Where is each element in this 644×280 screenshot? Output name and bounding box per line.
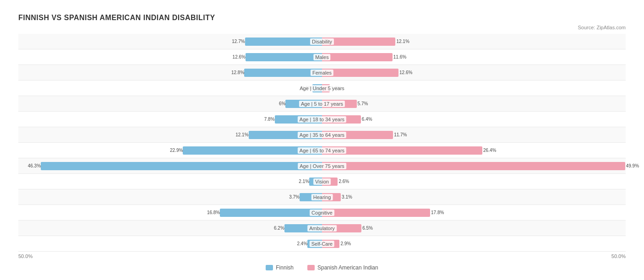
bar-spanish	[322, 69, 398, 77]
value-spanish: 2.9%	[340, 241, 351, 246]
value-finnish: 12.8%	[231, 70, 244, 75]
chart-row: Cognitive16.8%17.8%	[18, 205, 626, 221]
chart-row: Hearing3.7%3.1%	[18, 189, 626, 205]
chart-row: Disability12.7%12.1%	[18, 34, 626, 49]
bar-wrapper: Age | 35 to 64 years12.1%11.7%	[18, 130, 626, 140]
chart-row: Vision2.1%2.6%	[18, 174, 626, 189]
chart-row: Ambulatory6.2%6.5%	[18, 221, 626, 236]
bar-center-label: Self-Care	[310, 241, 334, 247]
chart-row: Age | 5 to 17 years6%5.7%	[18, 96, 626, 112]
bar-center-label: Age | 5 to 17 years	[299, 101, 345, 107]
bar-center-label: Disability	[310, 38, 334, 45]
value-finnish: 12.7%	[232, 39, 245, 44]
value-finnish: 2.1%	[299, 179, 309, 184]
bar-finnish	[41, 162, 322, 170]
value-finnish: 16.8%	[207, 210, 220, 215]
value-spanish: 6.5%	[362, 226, 373, 231]
value-spanish: 6.4%	[362, 117, 372, 122]
chart-row: Males12.6%11.6%	[18, 49, 626, 65]
legend-item-finnish: Finnish	[266, 264, 294, 271]
bar-finnish	[220, 209, 322, 217]
value-spanish: 26.4%	[483, 148, 496, 153]
value-finnish: 46.3%	[28, 163, 41, 168]
bar-center-label: Ambulatory	[307, 225, 337, 232]
bar-wrapper: Females12.8%12.6%	[18, 68, 626, 78]
value-finnish: 2.4%	[297, 241, 307, 246]
value-finnish: 7.8%	[264, 117, 275, 122]
value-finnish: 6%	[279, 101, 285, 106]
value-finnish: 12.1%	[235, 132, 248, 137]
value-spanish: 12.1%	[396, 39, 409, 44]
bar-finnish	[246, 53, 322, 61]
x-axis-left: 50.0%	[18, 253, 33, 259]
source-line: Source: ZipAtlas.com	[18, 25, 626, 30]
bar-spanish	[322, 162, 625, 170]
bar-center-label: Age | 65 to 74 years	[298, 147, 346, 154]
finnish-label: Finnish	[276, 264, 294, 271]
chart-title: FINNISH VS SPANISH AMERICAN INDIAN DISAB…	[18, 14, 626, 22]
value-finnish: 3.7%	[289, 194, 300, 199]
chart-row: Age | Under 5 years1.6%1.3%	[18, 81, 626, 96]
bar-center-label: Cognitive	[310, 210, 334, 216]
bar-center-label: Males	[313, 54, 330, 60]
value-spanish: 17.8%	[431, 210, 444, 215]
bar-wrapper: Ambulatory6.2%6.5%	[18, 223, 626, 233]
value-finnish: 22.9%	[170, 148, 183, 153]
x-axis-right: 50.0%	[611, 253, 626, 259]
value-finnish: 6.2%	[274, 226, 284, 231]
bar-wrapper: Age | Under 5 years1.6%1.3%	[18, 83, 626, 93]
bar-wrapper: Vision2.1%2.6%	[18, 177, 626, 187]
bar-wrapper: Males12.6%11.6%	[18, 52, 626, 62]
bar-wrapper: Age | Over 75 years46.3%49.9%	[18, 161, 626, 171]
chart-row: Age | 65 to 74 years22.9%26.4%	[18, 143, 626, 158]
value-spanish: 49.9%	[626, 163, 639, 168]
value-spanish: 12.6%	[399, 70, 412, 75]
spanish-label: Spanish American Indian	[317, 264, 378, 271]
bar-center-label: Hearing	[311, 194, 333, 200]
chart-container: FINNISH VS SPANISH AMERICAN INDIAN DISAB…	[9, 9, 635, 280]
value-spanish: 2.6%	[338, 179, 349, 184]
bar-wrapper: Age | 65 to 74 years22.9%26.4%	[18, 145, 626, 156]
value-finnish: 12.6%	[233, 54, 246, 59]
value-spanish: 11.7%	[394, 132, 407, 137]
bar-spanish	[322, 53, 393, 61]
value-spanish: 3.1%	[342, 194, 352, 199]
bar-center-label: Age | Over 75 years	[298, 163, 346, 169]
x-axis: 50.0% 50.0%	[18, 252, 626, 261]
bar-center-label: Age | 18 to 34 years	[298, 116, 346, 123]
chart-area: Disability12.7%12.1%Males12.6%11.6%Femal…	[18, 34, 626, 252]
bar-wrapper: Cognitive16.8%17.8%	[18, 208, 626, 218]
bar-wrapper: Hearing3.7%3.1%	[18, 192, 626, 202]
bar-wrapper: Disability12.7%12.1%	[18, 37, 626, 47]
chart-row: Females12.8%12.6%	[18, 65, 626, 81]
value-spanish: 5.7%	[358, 101, 368, 106]
bar-wrapper: Age | 18 to 34 years7.8%6.4%	[18, 114, 626, 124]
bar-wrapper: Age | 5 to 17 years6%5.7%	[18, 99, 626, 109]
bar-wrapper: Self-Care2.4%2.9%	[18, 239, 626, 249]
value-spanish: 11.6%	[393, 54, 406, 59]
chart-row: Self-Care2.4%2.9%	[18, 236, 626, 252]
chart-row: Age | 35 to 64 years12.1%11.7%	[18, 127, 626, 143]
bar-center-label: Age | 35 to 64 years	[298, 132, 346, 138]
bar-spanish	[322, 209, 430, 217]
legend-item-spanish: Spanish American Indian	[307, 264, 378, 271]
bar-center-label: Females	[311, 70, 333, 76]
spanish-swatch	[307, 265, 315, 270]
legend: Finnish Spanish American Indian	[18, 264, 626, 271]
finnish-swatch	[266, 265, 273, 270]
bar-center-label: Vision	[313, 178, 331, 185]
chart-row: Age | Over 75 years46.3%49.9%	[18, 158, 626, 174]
bar-center-label: Age | Under 5 years	[298, 85, 346, 92]
chart-row: Age | 18 to 34 years7.8%6.4%	[18, 112, 626, 127]
